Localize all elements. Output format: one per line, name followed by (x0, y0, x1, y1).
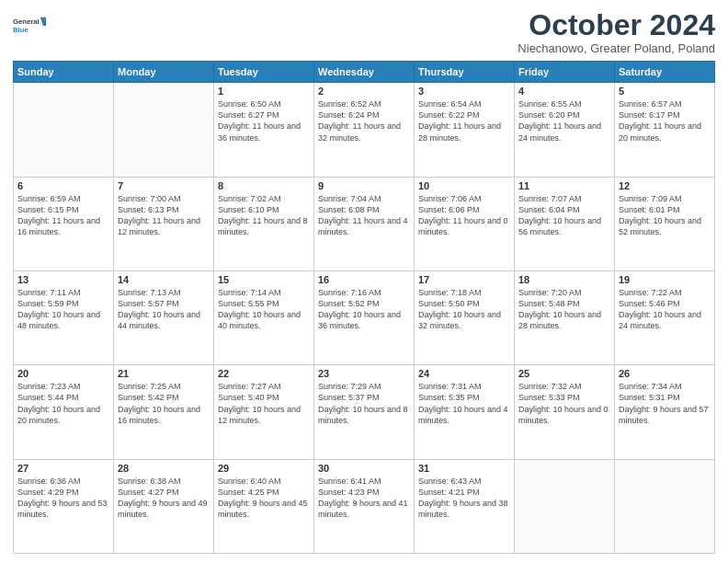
logo-svg: General Blue (13, 9, 46, 42)
calendar-cell: 19 Sunrise: 7:22 AMSunset: 5:46 PMDaylig… (615, 270, 715, 364)
day-detail: Sunrise: 7:02 AMSunset: 6:10 PMDaylight:… (218, 193, 310, 238)
calendar-cell: 14 Sunrise: 7:13 AMSunset: 5:57 PMDaylig… (114, 270, 214, 364)
week-row-5: 27 Sunrise: 6:36 AMSunset: 4:29 PMDaylig… (14, 459, 715, 553)
day-detail: Sunrise: 7:31 AMSunset: 5:35 PMDaylight:… (418, 381, 510, 426)
day-number: 14 (118, 274, 210, 285)
day-detail: Sunrise: 7:14 AMSunset: 5:55 PMDaylight:… (218, 287, 310, 332)
calendar-header: Sunday Monday Tuesday Wednesday Thursday… (14, 62, 715, 83)
day-number: 31 (418, 463, 510, 474)
day-number: 19 (619, 274, 711, 285)
day-number: 7 (118, 180, 210, 191)
subtitle: Niechanowo, Greater Poland, Poland (518, 41, 715, 55)
col-friday: Friday (515, 62, 615, 83)
calendar-cell: 8 Sunrise: 7:02 AMSunset: 6:10 PMDayligh… (214, 177, 314, 270)
day-number: 22 (218, 368, 310, 379)
calendar-cell: 23 Sunrise: 7:29 AMSunset: 5:37 PMDaylig… (314, 365, 415, 459)
day-number: 25 (518, 368, 610, 379)
calendar-cell: 7 Sunrise: 7:00 AMSunset: 6:13 PMDayligh… (114, 177, 214, 270)
day-detail: Sunrise: 7:34 AMSunset: 5:31 PMDaylight:… (619, 381, 711, 426)
col-sunday: Sunday (14, 62, 114, 83)
day-number: 11 (518, 180, 610, 191)
day-number: 8 (218, 180, 310, 191)
main-title: October 2024 (518, 9, 715, 41)
title-block: October 2024 Niechanowo, Greater Poland,… (518, 9, 715, 55)
calendar-cell: 3 Sunrise: 6:54 AMSunset: 6:22 PMDayligh… (415, 83, 515, 177)
day-detail: Sunrise: 7:13 AMSunset: 5:57 PMDaylight:… (118, 287, 210, 332)
week-row-4: 20 Sunrise: 7:23 AMSunset: 5:44 PMDaylig… (14, 365, 715, 459)
day-number: 24 (418, 368, 510, 379)
calendar-cell: 25 Sunrise: 7:32 AMSunset: 5:33 PMDaylig… (515, 365, 615, 459)
day-detail: Sunrise: 7:09 AMSunset: 6:01 PMDaylight:… (619, 193, 711, 238)
day-detail: Sunrise: 7:22 AMSunset: 5:46 PMDaylight:… (619, 287, 711, 332)
calendar-cell (615, 459, 715, 553)
day-number: 29 (218, 463, 310, 474)
day-detail: Sunrise: 7:11 AMSunset: 5:59 PMDaylight:… (17, 287, 109, 332)
col-monday: Monday (114, 62, 214, 83)
calendar-cell: 4 Sunrise: 6:55 AMSunset: 6:20 PMDayligh… (515, 83, 615, 177)
day-detail: Sunrise: 7:27 AMSunset: 5:40 PMDaylight:… (218, 381, 310, 426)
week-row-1: 1 Sunrise: 6:50 AMSunset: 6:27 PMDayligh… (14, 83, 715, 177)
calendar-cell: 16 Sunrise: 7:16 AMSunset: 5:52 PMDaylig… (314, 270, 415, 364)
day-number: 27 (17, 463, 109, 474)
col-saturday: Saturday (615, 62, 715, 83)
calendar-body: 1 Sunrise: 6:50 AMSunset: 6:27 PMDayligh… (14, 83, 715, 554)
day-detail: Sunrise: 6:40 AMSunset: 4:25 PMDaylight:… (218, 476, 310, 521)
day-number: 13 (17, 274, 109, 285)
calendar-cell: 18 Sunrise: 7:20 AMSunset: 5:48 PMDaylig… (515, 270, 615, 364)
day-number: 15 (218, 274, 310, 285)
day-detail: Sunrise: 6:54 AMSunset: 6:22 PMDaylight:… (418, 98, 510, 144)
day-detail: Sunrise: 6:50 AMSunset: 6:27 PMDaylight:… (218, 98, 310, 144)
calendar-cell: 24 Sunrise: 7:31 AMSunset: 5:35 PMDaylig… (415, 365, 515, 459)
header: General Blue October 2024 Niechanowo, Gr… (13, 9, 715, 55)
day-number: 5 (619, 86, 711, 97)
day-number: 1 (218, 86, 310, 97)
calendar-cell: 20 Sunrise: 7:23 AMSunset: 5:44 PMDaylig… (14, 365, 114, 459)
day-detail: Sunrise: 7:25 AMSunset: 5:42 PMDaylight:… (118, 381, 210, 426)
day-detail: Sunrise: 6:41 AMSunset: 4:23 PMDaylight:… (318, 476, 410, 521)
day-detail: Sunrise: 7:32 AMSunset: 5:33 PMDaylight:… (518, 381, 610, 426)
day-detail: Sunrise: 7:06 AMSunset: 6:06 PMDaylight:… (418, 193, 510, 238)
day-number: 23 (318, 368, 410, 379)
day-detail: Sunrise: 7:29 AMSunset: 5:37 PMDaylight:… (318, 381, 410, 426)
calendar-cell: 11 Sunrise: 7:07 AMSunset: 6:04 PMDaylig… (515, 177, 615, 270)
calendar-cell: 29 Sunrise: 6:40 AMSunset: 4:25 PMDaylig… (214, 459, 314, 553)
day-number: 12 (619, 180, 711, 191)
day-number: 2 (318, 86, 410, 97)
day-detail: Sunrise: 6:57 AMSunset: 6:17 PMDaylight:… (619, 98, 711, 144)
calendar-cell: 17 Sunrise: 7:18 AMSunset: 5:50 PMDaylig… (415, 270, 515, 364)
day-detail: Sunrise: 6:36 AMSunset: 4:29 PMDaylight:… (17, 476, 109, 521)
day-number: 16 (318, 274, 410, 285)
day-detail: Sunrise: 7:07 AMSunset: 6:04 PMDaylight:… (518, 193, 610, 238)
day-detail: Sunrise: 6:43 AMSunset: 4:21 PMDaylight:… (418, 476, 510, 521)
calendar-cell: 1 Sunrise: 6:50 AMSunset: 6:27 PMDayligh… (214, 83, 314, 177)
page: General Blue October 2024 Niechanowo, Gr… (0, 0, 728, 563)
week-row-3: 13 Sunrise: 7:11 AMSunset: 5:59 PMDaylig… (14, 270, 715, 364)
col-tuesday: Tuesday (214, 62, 314, 83)
calendar-cell: 12 Sunrise: 7:09 AMSunset: 6:01 PMDaylig… (615, 177, 715, 270)
col-wednesday: Wednesday (314, 62, 415, 83)
calendar-cell: 30 Sunrise: 6:41 AMSunset: 4:23 PMDaylig… (314, 459, 415, 553)
calendar-cell: 31 Sunrise: 6:43 AMSunset: 4:21 PMDaylig… (415, 459, 515, 553)
day-detail: Sunrise: 6:38 AMSunset: 4:27 PMDaylight:… (118, 476, 210, 521)
day-number: 18 (518, 274, 610, 285)
day-detail: Sunrise: 7:23 AMSunset: 5:44 PMDaylight:… (17, 381, 109, 426)
calendar-cell: 5 Sunrise: 6:57 AMSunset: 6:17 PMDayligh… (615, 83, 715, 177)
svg-text:General: General (13, 17, 40, 26)
day-number: 26 (619, 368, 711, 379)
day-number: 3 (418, 86, 510, 97)
calendar-cell (114, 83, 214, 177)
day-detail: Sunrise: 7:16 AMSunset: 5:52 PMDaylight:… (318, 287, 410, 332)
calendar-cell (515, 459, 615, 553)
calendar-cell: 26 Sunrise: 7:34 AMSunset: 5:31 PMDaylig… (615, 365, 715, 459)
day-detail: Sunrise: 6:52 AMSunset: 6:24 PMDaylight:… (318, 98, 410, 144)
day-number: 21 (118, 368, 210, 379)
calendar-cell: 15 Sunrise: 7:14 AMSunset: 5:55 PMDaylig… (214, 270, 314, 364)
calendar-cell (14, 83, 114, 177)
day-number: 9 (318, 180, 410, 191)
day-number: 30 (318, 463, 410, 474)
day-number: 28 (118, 463, 210, 474)
calendar-cell: 13 Sunrise: 7:11 AMSunset: 5:59 PMDaylig… (14, 270, 114, 364)
calendar-cell: 28 Sunrise: 6:38 AMSunset: 4:27 PMDaylig… (114, 459, 214, 553)
calendar-cell: 27 Sunrise: 6:36 AMSunset: 4:29 PMDaylig… (14, 459, 114, 553)
day-detail: Sunrise: 7:04 AMSunset: 6:08 PMDaylight:… (318, 193, 410, 238)
